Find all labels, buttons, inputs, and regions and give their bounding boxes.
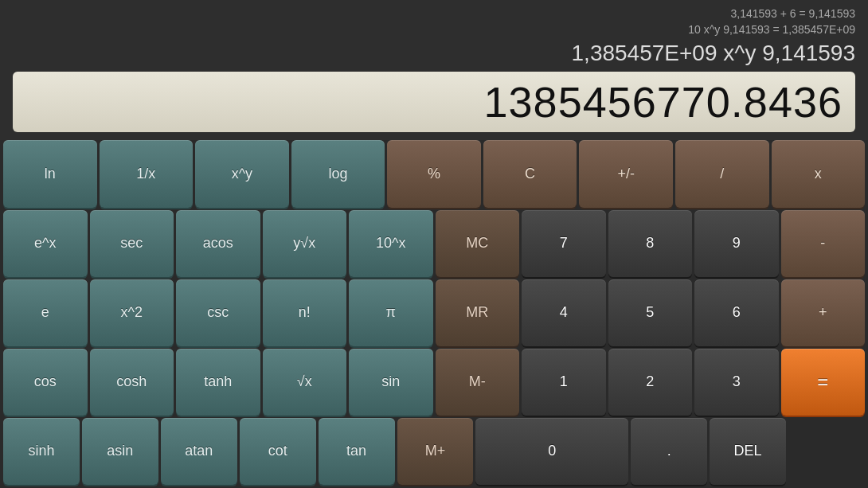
btn-plus-minus[interactable]: +/- bbox=[579, 140, 673, 207]
btn-del[interactable]: DEL bbox=[710, 418, 786, 485]
btn-e-pow-x[interactable]: e^x bbox=[3, 210, 88, 277]
keypad: ln 1/x x^y log % C +/- / x e^x sec acos … bbox=[0, 140, 868, 488]
button-row-2: e^x sec acos y√x 10^x MC 7 8 9 - bbox=[3, 210, 865, 277]
btn-acos[interactable]: acos bbox=[176, 210, 260, 277]
display-area: 3,141593 + 6 = 9,141593 10 x^y 9,141593 … bbox=[0, 0, 868, 140]
btn-6[interactable]: 6 bbox=[694, 279, 779, 346]
btn-percent[interactable]: % bbox=[387, 140, 481, 207]
btn-sec[interactable]: sec bbox=[90, 210, 174, 277]
btn-tanh[interactable]: tanh bbox=[176, 349, 260, 416]
btn-ten-pow-x[interactable]: 10^x bbox=[349, 210, 433, 277]
main-display: 1385456770.8436 bbox=[13, 72, 855, 133]
btn-2[interactable]: 2 bbox=[608, 349, 693, 416]
btn-divide[interactable]: / bbox=[675, 140, 769, 207]
button-row-1: ln 1/x x^y log % C +/- / x bbox=[3, 140, 865, 207]
btn-sin[interactable]: sin bbox=[349, 349, 433, 416]
button-row-4: cos cosh tanh √x sin M- 1 2 3 = bbox=[3, 349, 865, 416]
btn-log[interactable]: log bbox=[291, 140, 385, 207]
btn-mr[interactable]: MR bbox=[436, 279, 520, 346]
history-line2: 10 x^y 9,141593 = 1,385457E+09 bbox=[13, 22, 855, 38]
btn-pi[interactable]: π bbox=[349, 279, 433, 346]
btn-csc[interactable]: csc bbox=[176, 279, 260, 346]
btn-cos[interactable]: cos bbox=[3, 349, 88, 416]
btn-3[interactable]: 3 bbox=[694, 349, 779, 416]
btn-m-plus[interactable]: M+ bbox=[397, 418, 474, 485]
btn-ln[interactable]: ln bbox=[3, 140, 97, 207]
btn-asin[interactable]: asin bbox=[82, 418, 158, 485]
btn-x-sq[interactable]: x^2 bbox=[90, 279, 174, 346]
btn-0[interactable]: 0 bbox=[475, 418, 628, 485]
btn-equals[interactable]: = bbox=[781, 349, 866, 416]
btn-x-pow-y[interactable]: x^y bbox=[195, 140, 289, 207]
btn-y-root-x[interactable]: y√x bbox=[263, 210, 347, 277]
btn-dot[interactable]: . bbox=[631, 418, 707, 485]
btn-multiply[interactable]: x bbox=[772, 140, 866, 207]
btn-plus[interactable]: + bbox=[781, 279, 866, 346]
btn-9[interactable]: 9 bbox=[694, 210, 779, 277]
history-line1: 3,141593 + 6 = 9,141593 bbox=[13, 6, 855, 22]
btn-e[interactable]: e bbox=[3, 279, 88, 346]
btn-atan[interactable]: atan bbox=[161, 418, 237, 485]
btn-inv-x[interactable]: 1/x bbox=[100, 140, 194, 207]
button-row-5: sinh asin atan cot tan M+ 0 . DEL bbox=[3, 418, 865, 485]
btn-1[interactable]: 1 bbox=[522, 349, 606, 416]
button-row-3: e x^2 csc n! π MR 4 5 6 + bbox=[3, 279, 865, 346]
btn-5[interactable]: 5 bbox=[608, 279, 693, 346]
btn-tan[interactable]: tan bbox=[319, 418, 395, 485]
btn-sqrt[interactable]: √x bbox=[263, 349, 347, 416]
btn-clear[interactable]: C bbox=[483, 140, 577, 207]
btn-cosh[interactable]: cosh bbox=[90, 349, 174, 416]
btn-7[interactable]: 7 bbox=[522, 210, 606, 277]
btn-8[interactable]: 8 bbox=[608, 210, 693, 277]
btn-sinh[interactable]: sinh bbox=[3, 418, 80, 485]
btn-4[interactable]: 4 bbox=[522, 279, 606, 346]
expression-line: 1,385457E+09 x^y 9,141593 bbox=[13, 39, 855, 68]
btn-factorial[interactable]: n! bbox=[263, 279, 347, 346]
btn-m-minus[interactable]: M- bbox=[436, 349, 520, 416]
btn-minus[interactable]: - bbox=[781, 210, 866, 277]
btn-mc[interactable]: MC bbox=[436, 210, 520, 277]
btn-cot[interactable]: cot bbox=[240, 418, 316, 485]
